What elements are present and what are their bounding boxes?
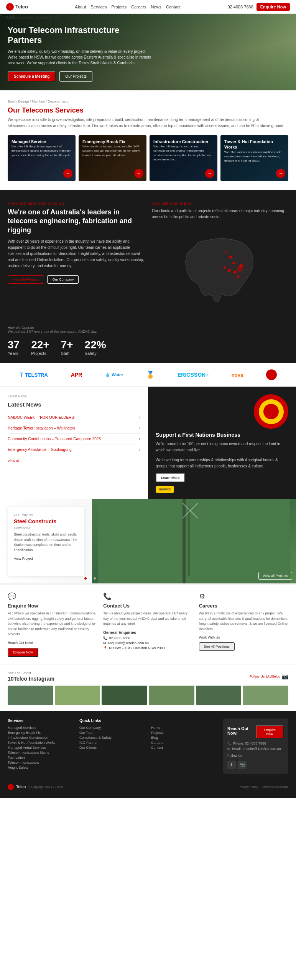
footer-link-managed[interactable]: Managed Services	[8, 726, 73, 730]
news-arrow-2[interactable]: ›	[139, 426, 140, 430]
logos-section: ⊤ TELSTRA APR 💧 Water 🏅 ERICSSON ≡ nova	[0, 363, 296, 386]
footer-link-telco[interactable]: Telecommunications	[8, 761, 73, 764]
schedule-meeting-button[interactable]: Schedule a Meeting	[8, 71, 56, 82]
footer-link-fabrication[interactable]: Fabrication	[8, 756, 73, 760]
footer-link-team[interactable]: Our Team	[79, 731, 145, 735]
footer-logo-text: Telco	[16, 785, 26, 789]
card-arrow-managed[interactable]: →	[63, 169, 72, 178]
view-all-projects-button[interactable]: View all Projects	[258, 572, 292, 580]
card-arrow-infrastructure[interactable]: →	[205, 169, 214, 178]
see-all-positions-button[interactable]: See All Positions	[199, 642, 235, 651]
nav-enquire-button[interactable]: Enquire Now	[257, 3, 290, 11]
instagram-post-6[interactable]	[243, 686, 288, 705]
footer-link-compliance[interactable]: Compliance & Safety	[79, 736, 145, 740]
service-card-tower[interactable]: Tower & Hut Foundation Works We offer va…	[220, 135, 288, 181]
instagram-post-4[interactable]	[149, 686, 194, 705]
careers-cta-block: ⚙ Careers We bring a multitude of experi…	[199, 592, 288, 657]
footer-nav-home[interactable]: Home	[151, 726, 217, 730]
footer-nav-projects[interactable]: Projects	[151, 731, 217, 735]
nav-careers[interactable]: Careers	[131, 5, 146, 9]
news-link-1[interactable]: NAIDOC WEEK – 'FOR OUR ELDERS'	[8, 415, 75, 420]
footer-link-emergency[interactable]: Emergency Break Fix	[8, 731, 73, 735]
footer-nav-col: Home Projects Blog Careers Contact	[151, 719, 217, 774]
projects-card-label: Our Projects	[14, 513, 78, 517]
services-description: We specialise in cradle to grave investi…	[8, 117, 288, 129]
instagram-post-2[interactable]	[55, 686, 100, 705]
logo-red-badge	[266, 369, 277, 380]
map-dot-5	[224, 266, 226, 269]
privacy-policy-link[interactable]: Privacy Policy	[239, 785, 258, 789]
nav-projects[interactable]: Projects	[112, 5, 127, 9]
work-with-us-link[interactable]: Work With Us	[199, 635, 288, 639]
footer-nav-contact[interactable]: Contact	[151, 746, 217, 750]
view-project-link[interactable]: View Project	[14, 557, 78, 560]
view-projects-button[interactable]: View the Projects	[8, 275, 44, 284]
stat-staff: 7+ Staff	[61, 340, 73, 356]
instagram-post-1[interactable]	[8, 686, 53, 705]
carousel-dot-2[interactable]	[89, 577, 91, 580]
news-arrow-1[interactable]: ›	[139, 415, 140, 420]
news-arrow-4[interactable]: ›	[139, 448, 140, 452]
hero-buttons: Schedule a Meeting Our Projects	[8, 71, 153, 82]
enquire-icon: 💬	[8, 592, 97, 601]
enquire-desc: At 10Telco we specialise in construction…	[8, 611, 97, 637]
fn-learn-more-button[interactable]: Learn More	[156, 473, 185, 482]
service-card-emergency[interactable]: Emergency Break Fix When faults or issue…	[79, 135, 146, 181]
instagram-follow[interactable]: Follow Us @10telco 📷	[250, 673, 288, 679]
terms-conditions-link[interactable]: Terms & Conditions	[262, 785, 288, 789]
careers-desc: We bring a multitude of experiences to a…	[199, 611, 288, 632]
carousel-dot-1[interactable]	[84, 577, 87, 580]
instagram-post-3[interactable]	[102, 686, 147, 705]
instagram-post-5[interactable]	[196, 686, 242, 705]
service-cards-grid: Managed Service We offer full lifecycle …	[8, 135, 288, 181]
footer-link-icc[interactable]: ICC Partner	[79, 741, 145, 745]
footer-link-tower[interactable]: Tower & Hut Foundation Works	[8, 741, 73, 745]
nav-right: 02 4003 7866 Enquire Now	[227, 3, 290, 11]
news-link-2[interactable]: Heritage Tower Installation – Wellington	[8, 426, 75, 430]
nav-services[interactable]: Services	[90, 5, 107, 9]
map-dot-3	[237, 275, 239, 278]
nav-news[interactable]: News	[151, 5, 161, 9]
footer-copyright: © Copyright 2024 10Telco	[28, 785, 63, 789]
card-title: Managed Service	[12, 139, 72, 144]
instagram-section: See The Latest 10Telco Instagram Follow …	[0, 665, 296, 711]
footer-email: ✉ Email: enquire@10telco.com.au	[227, 747, 284, 751]
news-link-3[interactable]: Community Contributions – Treasured Camp…	[8, 437, 101, 441]
reach-out-link[interactable]: Reach Out Now!	[8, 641, 97, 645]
enquire-now-button[interactable]: Enquire Now	[8, 648, 38, 657]
facebook-icon[interactable]: f	[227, 761, 236, 769]
nav-contact[interactable]: Contact	[166, 5, 181, 9]
telstra-icon: ⊤	[19, 372, 24, 378]
stat-safety: 22% Safety	[85, 340, 106, 356]
breadcrumb: Build / Design / Maintain / Decommission	[8, 100, 288, 103]
footer-link-telecomm[interactable]: Telecommunications Mains	[8, 751, 73, 755]
news-item-1: NAIDOC WEEK – 'FOR OUR ELDERS' ›	[8, 412, 140, 423]
footer-grid: Services Managed Services Emergency Brea…	[8, 719, 288, 774]
footer-enquire-button[interactable]: Enquire Now	[256, 725, 284, 738]
instagram-icon[interactable]: 📷	[238, 761, 247, 769]
logo[interactable]: T Telco	[6, 3, 28, 11]
carousel-dot-3[interactable]	[94, 577, 96, 580]
fn-body: We have long term partnerships & relatio…	[156, 457, 288, 469]
card-arrow-tower[interactable]: →	[276, 169, 285, 178]
news-view-all-link[interactable]: View all	[8, 459, 20, 463]
footer-link-height[interactable]: Height Safety	[8, 766, 73, 769]
general-enquiries-label: General Enquiries	[103, 630, 192, 635]
service-card-managed[interactable]: Managed Service We offer full lifecycle …	[8, 135, 76, 181]
news-link-4[interactable]: Emergency Assistance – Goulougong	[8, 448, 72, 452]
news-arrow-3[interactable]: ›	[139, 437, 140, 441]
footer-link-infrastructure[interactable]: Infrastructure Construction	[8, 736, 73, 740]
service-card-infrastructure[interactable]: Infrastructure Construction We offer ful…	[150, 135, 217, 181]
footer-nav-careers[interactable]: Careers	[151, 741, 217, 745]
our-company-button[interactable]: Our Company	[47, 275, 79, 284]
services-section: Build / Design / Maintain / Decommission…	[0, 90, 296, 190]
footer-link-aerial[interactable]: Managed Aerial Services	[8, 746, 73, 750]
footer-link-clients[interactable]: Our Clients	[79, 746, 145, 750]
our-projects-button[interactable]: Our Projects	[59, 71, 92, 82]
footer-link-company[interactable]: Our Company	[79, 726, 145, 730]
card-arrow-emergency[interactable]: →	[134, 169, 143, 178]
instagram-title: 10Telco Instagram	[8, 676, 54, 682]
nav-about[interactable]: About	[75, 5, 86, 9]
footer-nav-blog[interactable]: Blog	[151, 736, 217, 740]
footer-logo-row: Telco © Copyright 2024 10Telco	[8, 784, 64, 790]
